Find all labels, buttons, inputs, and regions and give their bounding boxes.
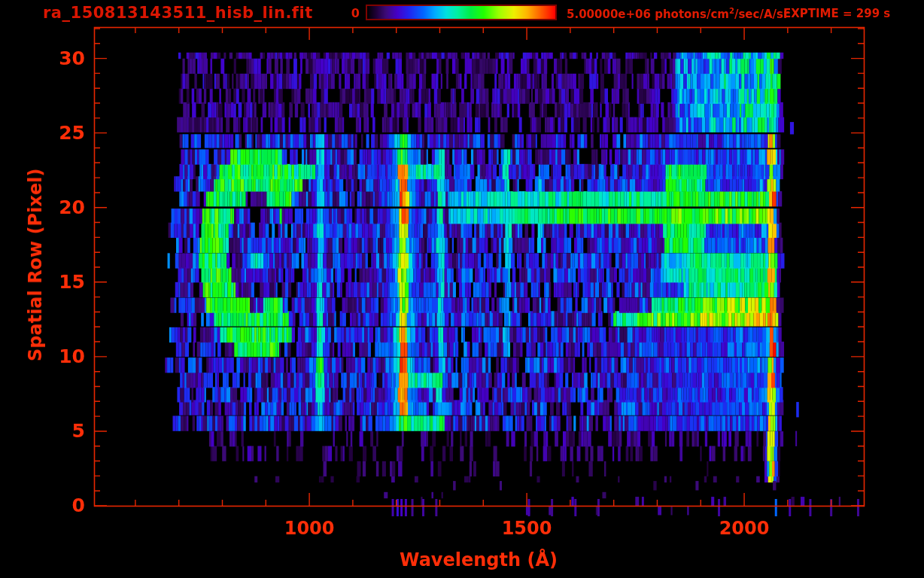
colorbar — [366, 5, 557, 20]
colorbar-units-superscript: 2 — [729, 7, 734, 15]
x-tick-label: 2000 — [719, 518, 770, 539]
y-tick-label: 30 — [0, 47, 85, 69]
y-tick-label: 25 — [0, 122, 85, 144]
y-tick-label: 10 — [0, 345, 85, 367]
y-tick-label: 5 — [0, 420, 85, 442]
y-tick-label: 20 — [0, 196, 85, 218]
colorbar-max-value: 5.00000e+06 — [567, 8, 651, 21]
x-axis-label: Wavelength (Å) — [400, 549, 558, 570]
x-tick-label: 1000 — [284, 518, 335, 539]
x-tick-label: 1500 — [502, 518, 552, 539]
colorbar-units-text-2: /sec/A/sr — [734, 8, 789, 21]
y-tick-label: 15 — [0, 271, 85, 293]
spectrogram-figure: ra_150813143511_hisb_lin.fit 0 5.00000e+… — [0, 0, 924, 578]
exptime-label: EXPTIME = 299 s — [783, 7, 890, 20]
y-tick-label: 0 — [0, 494, 85, 516]
colorbar-units-label: 5.00000e+06 photons/cm2/sec/A/sr — [567, 7, 789, 21]
colorbar-min-label: 0 — [331, 6, 360, 20]
colorbar-units-text: photons/cm — [651, 8, 729, 21]
filename-title: ra_150813143511_hisb_lin.fit — [43, 4, 313, 22]
spectrogram-canvas — [0, 0, 924, 578]
